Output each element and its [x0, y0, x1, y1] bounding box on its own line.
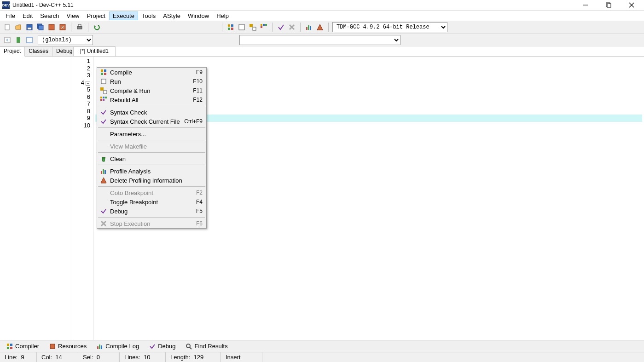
menu-item-run[interactable]: RunF10 [97, 77, 206, 86]
editor-tab[interactable]: [*] Untitled1 [73, 46, 116, 56]
menu-item-toggle-breakpoint[interactable]: Toggle BreakpointF4 [97, 197, 206, 207]
class-select[interactable] [239, 35, 400, 45]
minimize-button[interactable] [579, 0, 592, 10]
svg-rect-41 [104, 91, 107, 94]
menu-item-debug[interactable]: DebugF5 [97, 207, 206, 216]
compile-run-icon[interactable] [248, 23, 257, 32]
delete-profile-icon[interactable] [315, 23, 325, 32]
sidebar-tab-project[interactable]: Project [0, 46, 25, 57]
svg-rect-25 [265, 24, 267, 26]
toolbar-secondary: (globals) [0, 34, 644, 46]
menu-execute[interactable]: Execute [109, 11, 138, 20]
menu-item-syntax-check-current-file[interactable]: Syntax Check Current FileCtrl+F9 [97, 117, 206, 126]
menu-bar: FileEditSearchViewProjectExecuteToolsASt… [0, 11, 644, 21]
bottom-tab-label: Resources [58, 343, 87, 350]
fold-icon[interactable]: − [86, 81, 90, 86]
menu-item-label: Parameters... [108, 131, 203, 138]
menu-project[interactable]: Project [83, 11, 109, 20]
maximize-button[interactable] [602, 0, 615, 10]
run-icon [99, 78, 108, 85]
svg-rect-19 [231, 28, 233, 30]
line-number: 1 [74, 57, 90, 65]
compiler-select[interactable]: TDM-GCC 4.9.2 64-bit Release [332, 22, 447, 32]
save-icon[interactable] [25, 23, 34, 32]
goto-icon[interactable] [25, 35, 34, 45]
title-bar: DEV Untitled1 - Dev-C++ 5.11 [0, 0, 644, 11]
svg-rect-60 [101, 345, 102, 349]
find-results-icon [186, 343, 192, 350]
menu-view[interactable]: View [63, 11, 83, 20]
svg-rect-16 [228, 24, 230, 27]
new-file-icon[interactable] [3, 23, 12, 32]
execute-menu: CompileF9RunF10Compile & RunF11Rebuild A… [97, 67, 207, 229]
globals-select[interactable]: (globals) [38, 35, 93, 45]
menu-item-label: Clean [108, 155, 203, 162]
code-line[interactable] [95, 57, 642, 65]
menu-file[interactable]: File [2, 11, 19, 20]
menu-item-stop-execution: Stop ExecutionF6 [97, 219, 206, 228]
svg-rect-57 [50, 344, 55, 349]
svg-rect-58 [97, 346, 99, 349]
run-icon[interactable] [237, 23, 246, 32]
menu-item-label: View Makefile [108, 143, 203, 150]
menu-item-compile-run[interactable]: Compile & RunF11 [97, 86, 206, 95]
menu-item-label: Compile & Run [108, 87, 193, 94]
compile-icon [99, 69, 108, 75]
svg-rect-44 [105, 97, 107, 98]
save-all-icon[interactable] [36, 23, 45, 32]
save-project-icon[interactable] [47, 23, 56, 32]
bottom-tab-debug[interactable]: Debug [145, 341, 180, 351]
window-title: Untitled1 - Dev-C++ 5.11 [12, 2, 579, 8]
svg-rect-32 [5, 37, 10, 43]
close-file-icon[interactable] [58, 23, 67, 32]
svg-rect-46 [103, 99, 104, 101]
bottom-tab-compiler[interactable]: Compiler [2, 341, 44, 351]
menu-tools[interactable]: Tools [138, 11, 159, 20]
back-icon[interactable] [3, 35, 12, 45]
menu-item-label: Toggle Breakpoint [108, 199, 196, 206]
menu-item-clean[interactable]: Clean [97, 154, 206, 163]
status-mode: Insert [221, 352, 262, 362]
toolbar-main: TDM-GCC 4.9.2 64-bit Release [0, 21, 644, 34]
menu-item-rebuild-all[interactable]: Rebuild AllF12 [97, 95, 206, 104]
svg-rect-33 [17, 37, 20, 43]
svg-rect-48 [101, 171, 102, 174]
status-line: Line: 9 [0, 352, 37, 362]
svg-point-61 [186, 344, 190, 348]
bookmark-icon[interactable] [14, 35, 23, 45]
bottom-tab-find-results[interactable]: Find Results [181, 341, 232, 351]
bottom-tab-compile-log[interactable]: Compile Log [92, 341, 144, 351]
menu-item-compile[interactable]: CompileF9 [97, 68, 206, 77]
menu-window[interactable]: Window [184, 11, 213, 20]
menu-astyle[interactable]: AStyle [159, 11, 184, 20]
profile-icon[interactable] [304, 23, 313, 32]
svg-rect-23 [261, 24, 262, 26]
menu-help[interactable]: Help [213, 11, 232, 20]
svg-rect-26 [261, 26, 262, 28]
undo-icon[interactable] [92, 23, 101, 32]
menu-item-syntax-check[interactable]: Syntax Check [97, 108, 206, 117]
svg-rect-18 [228, 28, 230, 30]
menu-search[interactable]: Search [36, 11, 63, 20]
svg-rect-55 [7, 347, 9, 349]
menu-item-delete-profiling-information[interactable]: Delete Profiling Information [97, 176, 206, 185]
svg-rect-42 [100, 97, 102, 98]
open-icon[interactable] [14, 23, 23, 32]
close-button[interactable] [625, 0, 638, 10]
compile-icon[interactable] [226, 23, 235, 32]
sidebar-tab-classes[interactable]: Classes [25, 46, 52, 56]
menu-item-parameters-[interactable]: Parameters... [97, 129, 206, 138]
delete-profile-icon [99, 177, 108, 184]
menu-item-profile-analysis[interactable]: Profile Analysis [97, 167, 206, 176]
rebuild-icon[interactable] [259, 23, 268, 32]
svg-rect-31 [310, 26, 311, 30]
print-icon[interactable] [75, 23, 84, 32]
debug-icon[interactable] [276, 23, 285, 32]
bottom-tab-resources[interactable]: Resources [45, 341, 91, 351]
svg-rect-34 [27, 37, 32, 43]
stop-icon[interactable] [287, 23, 296, 32]
menu-edit[interactable]: Edit [19, 11, 36, 20]
svg-rect-9 [39, 25, 43, 30]
svg-rect-40 [100, 87, 104, 91]
status-col: Col: 14 [37, 352, 78, 362]
